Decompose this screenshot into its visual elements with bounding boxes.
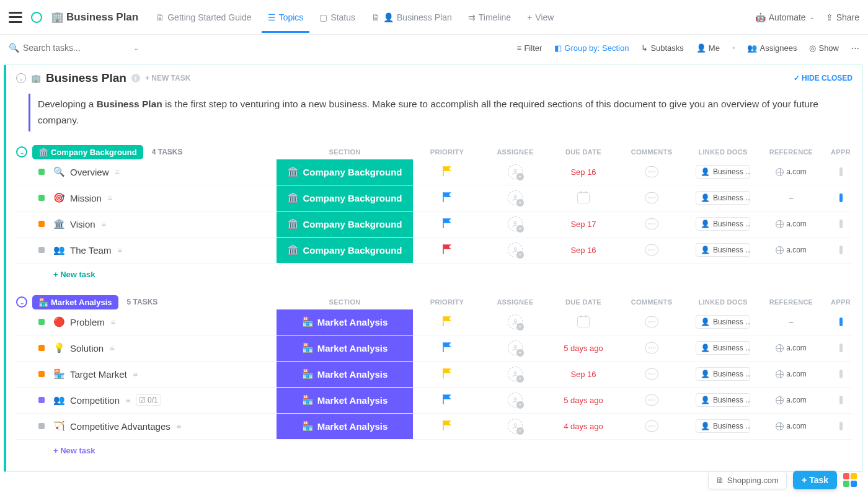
approval[interactable]: [822, 370, 859, 378]
task-name[interactable]: 🏹 Competitive Advantages ≡: [53, 420, 277, 432]
due-date-empty[interactable]: [549, 192, 618, 203]
info-icon[interactable]: i: [131, 74, 140, 82]
reference[interactable]: a.com: [760, 370, 822, 378]
subtasks-button[interactable]: ↳Subtasks: [641, 43, 683, 53]
apps-button[interactable]: [843, 473, 857, 487]
section-cell[interactable]: 🏪 Market Analysis: [277, 414, 413, 439]
col-comments[interactable]: COMMENTS: [618, 148, 686, 156]
status-square[interactable]: [38, 345, 45, 351]
priority-flag[interactable]: [413, 218, 481, 230]
due-date-empty[interactable]: [549, 316, 618, 327]
priority-flag[interactable]: [413, 342, 481, 354]
priority-flag[interactable]: [413, 192, 481, 204]
assignee[interactable]: [481, 367, 549, 381]
tab-add-view[interactable]: + View: [521, 9, 560, 26]
comments[interactable]: [618, 166, 686, 177]
linked-doc[interactable]: 👤Business …: [686, 243, 760, 257]
linked-doc[interactable]: 👤Business …: [686, 393, 760, 407]
approval[interactable]: [822, 318, 859, 326]
menu-toggle[interactable]: [9, 12, 22, 23]
comments[interactable]: [618, 420, 686, 432]
col-comments[interactable]: COMMENTS: [618, 298, 686, 306]
assignee[interactable]: [481, 216, 549, 231]
workspace-logo[interactable]: [31, 12, 42, 23]
assignee[interactable]: [481, 164, 549, 179]
comments[interactable]: [618, 192, 686, 203]
new-task-header[interactable]: + NEW TASK: [145, 74, 190, 82]
reference[interactable]: a.com: [760, 220, 822, 228]
due-date[interactable]: Sep 16: [549, 167, 618, 177]
col-section[interactable]: SECTION: [277, 148, 413, 156]
section-cell[interactable]: 🏛️ Company Background: [277, 185, 413, 211]
section-cell[interactable]: 🏪 Market Analysis: [277, 388, 413, 413]
approval[interactable]: [822, 246, 859, 254]
section-cell[interactable]: 🏪 Market Analysis: [277, 336, 413, 361]
search-input[interactable]: [23, 43, 110, 53]
due-date[interactable]: 5 days ago: [549, 396, 618, 405]
priority-flag[interactable]: [413, 394, 481, 406]
comments[interactable]: [618, 244, 686, 256]
description-icon[interactable]: ≡: [108, 193, 113, 203]
approval[interactable]: [822, 422, 859, 430]
description-icon[interactable]: ≡: [111, 318, 116, 327]
group-by-button[interactable]: ◧Group by: Section: [554, 43, 629, 53]
show-button[interactable]: ◎Show: [809, 43, 839, 53]
status-square[interactable]: [38, 195, 45, 201]
col-linked[interactable]: LINKED DOCS: [686, 148, 760, 156]
status-square[interactable]: [38, 397, 45, 403]
col-due[interactable]: DUE DATE: [549, 298, 618, 306]
due-date[interactable]: 5 days ago: [549, 344, 618, 353]
task-name[interactable]: 🎯 Mission ≡: [53, 192, 277, 203]
description-icon[interactable]: ≡: [102, 220, 107, 229]
tab-status[interactable]: ▢ Status: [313, 9, 361, 26]
due-date[interactable]: Sep 16: [549, 370, 618, 379]
section-cell[interactable]: 🏪 Market Analysis: [277, 362, 413, 387]
assignee[interactable]: [481, 340, 549, 355]
hide-closed-toggle[interactable]: ✓ HIDE CLOSED: [794, 74, 852, 82]
new-task-row[interactable]: + New task: [16, 264, 852, 285]
due-date[interactable]: Sep 16: [549, 246, 618, 255]
tab-timeline[interactable]: ⇉ Timeline: [462, 9, 517, 26]
col-assignee[interactable]: ASSIGNEE: [481, 148, 549, 156]
approval[interactable]: [822, 220, 859, 228]
group-pill[interactable]: 🏪Market Analysis: [32, 295, 118, 309]
shopping-chip[interactable]: 🗎 Shopping.com: [708, 471, 787, 489]
description-icon[interactable]: ≡: [115, 167, 120, 177]
reference[interactable]: a.com: [760, 344, 822, 352]
assignee[interactable]: [481, 242, 549, 257]
assignee[interactable]: [481, 393, 549, 407]
approval[interactable]: [822, 344, 859, 352]
col-due[interactable]: DUE DATE: [549, 148, 618, 156]
description-icon[interactable]: ≡: [117, 246, 122, 255]
task-name[interactable]: 👥 Competition ≡ ☑ 0/1: [53, 394, 277, 406]
approval[interactable]: [822, 193, 859, 202]
linked-doc[interactable]: 👤Business …: [686, 341, 760, 355]
col-priority[interactable]: PRIORITY: [413, 298, 481, 306]
task-name[interactable]: 🏛️ Vision ≡: [53, 218, 277, 229]
col-assignee[interactable]: ASSIGNEE: [481, 298, 549, 306]
col-reference[interactable]: REFERENCE: [760, 298, 822, 306]
comments[interactable]: [618, 218, 686, 229]
tab-topics[interactable]: ☰ Topics: [262, 9, 310, 33]
linked-doc[interactable]: 👤Business …: [686, 165, 760, 179]
share-button[interactable]: ⇪ Share: [826, 12, 859, 22]
linked-doc[interactable]: 👤Business …: [686, 315, 760, 329]
approval[interactable]: [822, 396, 859, 404]
task-name[interactable]: 💡 Solution ≡: [53, 342, 277, 353]
linked-doc[interactable]: 👤Business …: [686, 419, 760, 433]
status-square[interactable]: [38, 371, 45, 377]
section-cell[interactable]: 🏛️ Company Background: [277, 211, 413, 237]
new-task-row[interactable]: + New task: [16, 440, 852, 461]
group-pill[interactable]: 🏛️Company Background: [32, 145, 143, 159]
assignee[interactable]: [481, 190, 549, 205]
comments[interactable]: [618, 316, 686, 327]
col-section[interactable]: SECTION: [277, 298, 413, 306]
assignee[interactable]: [481, 419, 549, 434]
description-icon[interactable]: ≡: [110, 344, 115, 353]
chevron-down-icon[interactable]: ⌄: [133, 44, 139, 52]
reference[interactable]: –: [760, 193, 822, 202]
priority-flag[interactable]: [413, 420, 481, 432]
assignee[interactable]: [481, 314, 549, 329]
section-cell[interactable]: 🏛️ Company Background: [277, 159, 413, 185]
due-date[interactable]: 4 days ago: [549, 422, 618, 431]
